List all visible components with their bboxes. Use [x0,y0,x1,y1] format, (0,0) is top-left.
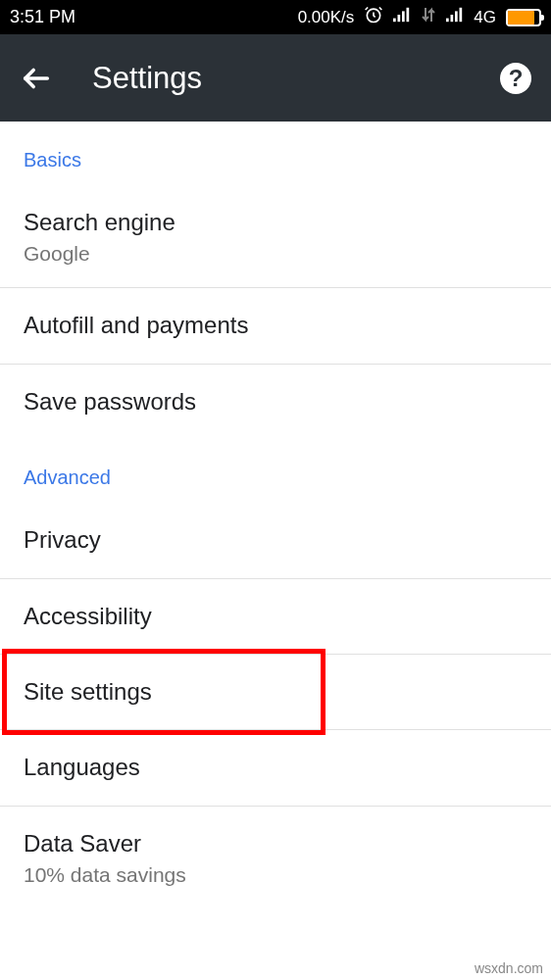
row-title: Languages [24,752,527,783]
row-search-engine[interactable]: Search engine Google [0,185,551,288]
section-header-basics: Basics [0,122,551,185]
row-title: Site settings [24,676,527,708]
row-title: Accessibility [24,601,527,632]
svg-rect-4 [407,8,410,22]
row-subtitle: 10% data savings [24,863,527,887]
watermark: wsxdn.com [475,960,543,976]
network-speed: 0.00K/s [298,8,355,27]
row-subtitle: Google [24,242,527,266]
row-accessibility[interactable]: Accessibility [0,579,551,655]
signal-icon-2 [446,6,464,28]
help-button[interactable]: ? [500,63,531,94]
network-type: 4G [474,8,496,27]
data-arrows-icon [421,6,436,28]
battery-icon [506,9,541,26]
row-data-saver[interactable]: Data Saver 10% data savings [0,807,551,908]
row-title: Data Saver [24,828,527,859]
row-autofill-payments[interactable]: Autofill and payments [0,288,551,364]
row-title: Privacy [24,524,527,556]
alarm-icon [364,5,383,29]
signal-icon [393,6,411,28]
help-icon: ? [509,65,524,92]
settings-list: Basics Search engine Google Autofill and… [0,122,551,908]
row-title: Search engine [24,207,527,238]
page-title: Settings [92,61,202,96]
svg-rect-2 [398,15,401,22]
row-languages[interactable]: Languages [0,730,551,806]
svg-rect-1 [393,19,396,23]
svg-rect-3 [402,11,405,22]
clock-time: 3:51 PM [10,7,75,27]
svg-rect-5 [446,19,449,23]
row-title: Save passwords [24,386,527,417]
status-icons: 0.00K/s 4G [298,5,541,29]
svg-rect-6 [451,15,454,22]
svg-rect-7 [455,11,458,22]
svg-rect-8 [460,8,463,22]
row-privacy[interactable]: Privacy [0,503,551,578]
row-save-passwords[interactable]: Save passwords [0,365,551,439]
row-title: Autofill and payments [24,310,527,341]
row-site-settings[interactable]: Site settings [0,655,551,730]
app-bar: Settings ? [0,34,551,122]
back-button[interactable] [20,62,53,95]
section-header-advanced: Advanced [0,439,551,503]
status-bar: 3:51 PM 0.00K/s 4G [0,0,551,34]
